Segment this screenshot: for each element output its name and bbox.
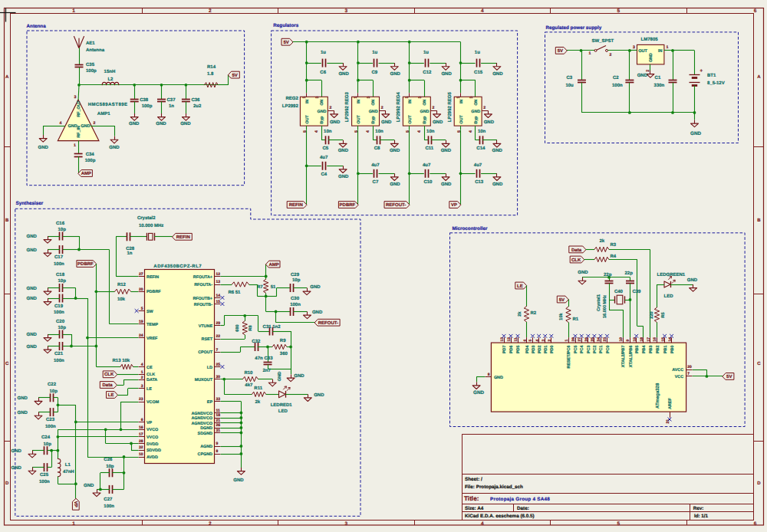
svg-text:R9: R9 (280, 338, 286, 343)
svg-text:GND: GND (18, 410, 28, 415)
svg-text:AGNDVCO: AGNDVCO (191, 416, 212, 421)
svg-text:C22: C22 (48, 382, 57, 387)
svg-text:6: 6 (754, 8, 757, 14)
svg-text:1u: 1u (321, 50, 326, 55)
svg-text:360: 360 (280, 351, 288, 356)
svg-text:PD6: PD6 (509, 346, 514, 354)
svg-text:GND: GND (390, 182, 400, 187)
svg-text:10p: 10p (106, 464, 114, 469)
svg-text:GND: GND (27, 344, 38, 350)
svg-text:C13: C13 (475, 179, 484, 185)
svg-text:LED: LED (278, 409, 288, 414)
svg-text:GND: GND (18, 396, 28, 401)
svg-text:D: D (757, 481, 761, 486)
svg-text:LP2992 REG5: LP2992 REG5 (447, 92, 453, 123)
svg-text:10: 10 (619, 337, 624, 342)
svg-text:LE: LE (517, 284, 523, 289)
svg-text:Byp: Byp (320, 116, 324, 124)
svg-text:R11: R11 (254, 386, 262, 391)
svg-text:2: 2 (141, 376, 143, 380)
svg-text:AE1: AE1 (86, 41, 95, 46)
svg-text:Data: Data (571, 248, 582, 253)
svg-text:5: 5 (354, 130, 359, 133)
svg-text:2: 2 (209, 521, 212, 527)
svg-text:Protopaja Group 4 SA48: Protopaja Group 4 SA48 (490, 497, 550, 502)
svg-text:GND: GND (390, 71, 401, 77)
svg-text:GND: GND (12, 448, 22, 454)
svg-text:REFIN: REFIN (289, 202, 303, 208)
svg-text:GND: GND (381, 120, 392, 125)
svg-text:AVCC: AVCC (672, 368, 683, 373)
svg-text:5V: 5V (559, 297, 565, 303)
svg-text:REG2: REG2 (285, 96, 298, 101)
svg-text:3: 3 (74, 95, 77, 100)
svg-text:9: 9 (627, 340, 631, 342)
svg-text:TEMP: TEMP (146, 323, 158, 327)
svg-text:31: 31 (216, 429, 221, 433)
svg-text:2u2: 2u2 (193, 103, 202, 109)
svg-text:Crystal1: Crystal1 (596, 294, 601, 311)
svg-text:C4: C4 (321, 172, 327, 177)
svg-text:R14: R14 (207, 64, 216, 70)
svg-text:3: 3 (141, 384, 143, 389)
svg-text:GND: GND (473, 390, 484, 396)
svg-text:3: 3 (469, 97, 474, 99)
svg-text:OUT: OUT (357, 114, 361, 123)
svg-text:C1: C1 (655, 75, 661, 80)
svg-text:C39: C39 (632, 289, 641, 294)
svg-text:100n: 100n (612, 83, 623, 88)
svg-text:4: 4 (314, 130, 319, 133)
svg-text:GND: GND (390, 148, 400, 153)
svg-text:GND: GND (690, 131, 701, 136)
svg-text:RFOUTA-: RFOUTA- (194, 283, 212, 287)
svg-text:XTAL1/PB6: XTAL1/PB6 (629, 345, 634, 367)
svg-text:C20: C20 (56, 319, 65, 324)
svg-text:10p: 10p (50, 389, 58, 394)
svg-text:8: 8 (488, 373, 490, 377)
svg-text:SDVDD: SDVDD (146, 448, 161, 453)
svg-text:GND: GND (278, 372, 282, 381)
svg-text:1: 1 (405, 97, 410, 99)
svg-text:6: 6 (141, 418, 143, 422)
svg-text:3: 3 (542, 340, 546, 342)
svg-text:8: 8 (216, 449, 219, 454)
svg-text:Regulators: Regulators (273, 23, 298, 28)
svg-text:L1: L1 (65, 462, 71, 468)
svg-text:7: 7 (687, 372, 690, 376)
svg-text:680: 680 (235, 324, 240, 331)
svg-text:R3: R3 (611, 242, 617, 248)
svg-text:GND: GND (338, 148, 349, 153)
svg-text:ATmega328: ATmega328 (655, 383, 660, 409)
svg-text:10n: 10n (478, 129, 486, 134)
svg-text:C32: C32 (252, 339, 261, 344)
svg-text:1: 1 (74, 143, 76, 148)
svg-text:1: 1 (589, 51, 591, 56)
svg-text:GND: GND (494, 376, 503, 380)
svg-text:100p: 100p (142, 103, 153, 109)
svg-text:C37: C37 (167, 97, 176, 103)
svg-text:PC5: PC5 (574, 346, 578, 354)
svg-text:SW_SPST: SW_SPST (591, 38, 614, 44)
svg-text:4: 4 (535, 340, 540, 342)
svg-text:Title:: Title: (464, 495, 479, 502)
svg-text:RFOUTB-: RFOUTB- (194, 303, 212, 307)
svg-text:Rev:: Rev: (693, 506, 704, 511)
svg-text:9: 9 (216, 442, 219, 446)
svg-text:VVCO: VVCO (146, 435, 158, 440)
svg-text:C38: C38 (140, 97, 149, 103)
svg-text:220: 220 (650, 311, 654, 318)
svg-text:16: 16 (139, 425, 143, 430)
svg-text:100n: 100n (104, 504, 114, 509)
svg-text:R6 51: R6 51 (228, 290, 241, 295)
svg-text:SDGND: SDGND (198, 432, 213, 436)
svg-text:LEDRED1: LEDRED1 (271, 402, 293, 408)
svg-text:C6: C6 (320, 70, 326, 75)
svg-text:2k: 2k (517, 311, 522, 317)
svg-text:RF_OUT: RF_OUT (77, 100, 81, 117)
svg-text:10k: 10k (558, 312, 564, 320)
svg-text:D: D (5, 481, 9, 486)
svg-text:C40: C40 (614, 289, 624, 294)
svg-text:GND: GND (441, 71, 452, 77)
svg-text:ON: ON (371, 99, 376, 105)
svg-text:VVCO: VVCO (146, 428, 158, 432)
